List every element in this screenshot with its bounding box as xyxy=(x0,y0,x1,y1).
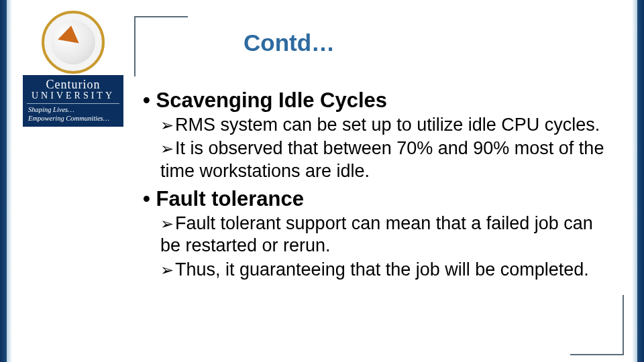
bullet-point: It is observed that between 70% and 90% … xyxy=(160,137,612,183)
university-logo: Centurion UNIVERSITY Shaping Lives… Empo… xyxy=(23,11,123,127)
logo-name-line2: UNIVERSITY xyxy=(27,90,119,101)
left-border-band xyxy=(0,0,12,362)
logo-name-line1: Centurion xyxy=(27,78,119,92)
slide: Centurion UNIVERSITY Shaping Lives… Empo… xyxy=(0,0,644,362)
logo-tagline-1: Shaping Lives… xyxy=(27,106,119,115)
slide-content: Scavenging Idle Cycles RMS system can be… xyxy=(143,88,612,283)
bullet-point: Thus, it guaranteeing that the job will … xyxy=(160,259,612,282)
bullet-point: RMS system can be set up to utilize idle… xyxy=(160,114,612,137)
bullet-heading: Scavenging Idle Cycles xyxy=(143,88,612,113)
logo-tagline-2: Empowering Communities… xyxy=(27,115,119,123)
corner-bracket xyxy=(134,16,136,76)
right-border-band xyxy=(632,0,644,362)
slide-title: Contd… xyxy=(244,29,335,56)
corner-bracket xyxy=(134,16,188,17)
bullet-heading: Fault tolerance xyxy=(143,187,612,211)
corner-bracket xyxy=(570,354,624,355)
logo-crest-icon xyxy=(42,11,105,74)
bullet-point: Fault tolerant support can mean that a f… xyxy=(160,213,612,258)
corner-bracket xyxy=(623,295,624,355)
